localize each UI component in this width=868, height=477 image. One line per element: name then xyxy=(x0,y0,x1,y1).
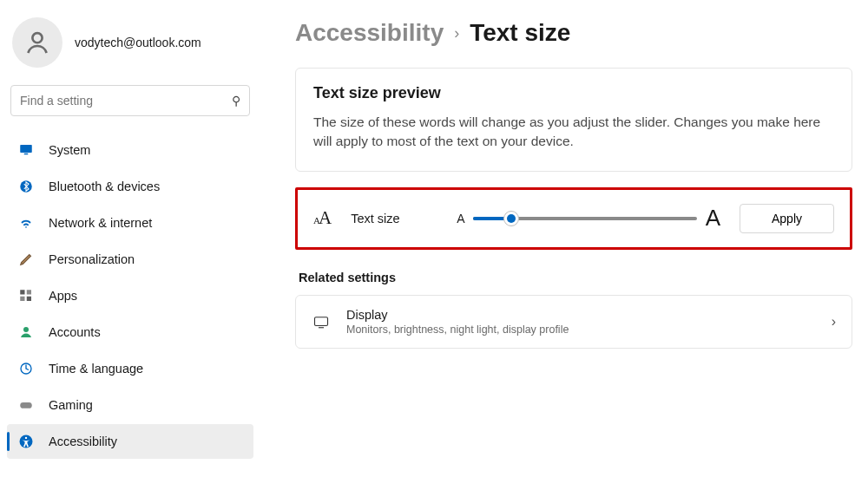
sidebar-item-time-language[interactable]: Time & language xyxy=(7,351,253,386)
text-size-slider-group: A A xyxy=(457,205,720,232)
display-icon xyxy=(312,312,331,331)
wifi-icon xyxy=(17,214,35,232)
sidebar-item-label: Network & internet xyxy=(49,216,152,230)
sidebar-item-accounts[interactable]: Accounts xyxy=(7,315,253,350)
person-icon xyxy=(17,323,35,341)
sidebar: vodytech@outlook.com ⚲ System Bluetooth … xyxy=(0,0,260,477)
related-display-subtitle: Monitors, brightness, night light, displ… xyxy=(346,323,816,336)
related-display-text: Display Monitors, brightness, night ligh… xyxy=(346,308,816,336)
svg-rect-7 xyxy=(27,297,31,301)
sidebar-item-label: System xyxy=(49,143,90,157)
chevron-right-icon: › xyxy=(454,24,459,42)
svg-rect-13 xyxy=(315,317,328,326)
sidebar-item-gaming[interactable]: Gaming xyxy=(7,388,253,422)
search-icon: ⚲ xyxy=(232,94,240,108)
search-input[interactable] xyxy=(20,94,232,108)
monitor-icon xyxy=(17,141,35,159)
svg-point-8 xyxy=(23,327,29,332)
accessibility-icon xyxy=(17,433,35,450)
sidebar-nav: System Bluetooth & devices Network & int… xyxy=(7,132,253,460)
apply-button[interactable]: Apply xyxy=(740,204,834,233)
svg-rect-5 xyxy=(27,290,31,294)
svg-rect-4 xyxy=(20,290,24,294)
apps-icon xyxy=(17,287,35,304)
sidebar-item-system[interactable]: System xyxy=(7,133,253,167)
avatar xyxy=(12,17,62,68)
breadcrumb-parent[interactable]: Accessibility xyxy=(295,19,444,47)
svg-rect-10 xyxy=(20,402,32,408)
breadcrumb: Accessibility › Text size xyxy=(295,19,852,47)
sidebar-item-network[interactable]: Network & internet xyxy=(7,206,253,240)
slider-thumb[interactable] xyxy=(503,211,519,226)
user-account-row[interactable]: vodytech@outlook.com xyxy=(7,12,253,85)
sidebar-item-label: Gaming xyxy=(49,398,93,412)
sidebar-item-label: Personalization xyxy=(49,252,135,266)
svg-rect-6 xyxy=(20,297,24,301)
sidebar-item-label: Accessibility xyxy=(49,435,117,448)
slider-max-label: A xyxy=(706,205,720,232)
related-display-row[interactable]: Display Monitors, brightness, night ligh… xyxy=(295,295,852,349)
sidebar-item-label: Apps xyxy=(49,289,77,303)
text-size-row: AA Text size A A Apply xyxy=(295,187,852,250)
main-content: Accessibility › Text size Text size prev… xyxy=(260,0,868,477)
svg-rect-1 xyxy=(20,145,32,153)
sidebar-item-label: Accounts xyxy=(49,325,101,339)
gamepad-icon xyxy=(17,396,35,414)
svg-rect-2 xyxy=(24,154,29,155)
bluetooth-icon xyxy=(17,178,35,195)
sidebar-item-bluetooth[interactable]: Bluetooth & devices xyxy=(7,169,253,204)
related-settings-heading: Related settings xyxy=(299,271,852,284)
text-size-label: Text size xyxy=(351,212,437,225)
related-display-title: Display xyxy=(346,308,816,322)
preview-description: The size of these words will change as y… xyxy=(313,113,834,152)
sidebar-item-accessibility[interactable]: Accessibility xyxy=(7,424,253,459)
sidebar-item-personalization[interactable]: Personalization xyxy=(7,242,253,277)
slider-min-label: A xyxy=(457,212,464,225)
text-size-slider[interactable] xyxy=(473,210,696,227)
preview-title: Text size preview xyxy=(313,84,834,102)
text-size-preview-card: Text size preview The size of these word… xyxy=(295,68,852,172)
sidebar-item-apps[interactable]: Apps xyxy=(7,278,253,313)
chevron-right-icon: › xyxy=(832,314,836,330)
sidebar-item-label: Time & language xyxy=(49,362,143,376)
user-email: vodytech@outlook.com xyxy=(75,36,201,49)
svg-point-12 xyxy=(25,437,27,439)
search-box[interactable]: ⚲ xyxy=(10,85,250,116)
brush-icon xyxy=(17,251,35,268)
text-size-icon: AA xyxy=(313,207,332,229)
page-title: Text size xyxy=(470,19,570,47)
svg-point-0 xyxy=(32,33,42,42)
sidebar-item-label: Bluetooth & devices xyxy=(49,180,160,193)
globe-clock-icon xyxy=(17,360,35,377)
